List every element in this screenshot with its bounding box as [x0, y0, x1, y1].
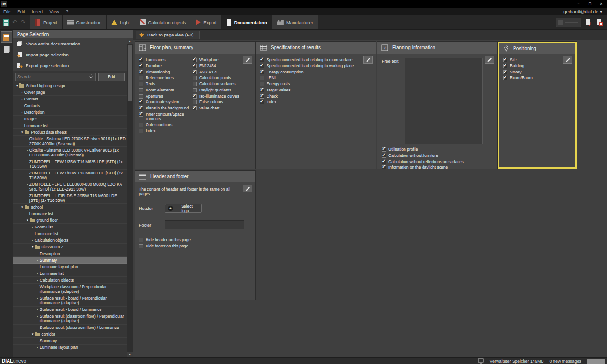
checkbox-row[interactable]: Hide header on this page — [139, 238, 251, 243]
tree-item[interactable]: Content — [13, 96, 127, 102]
edit-floor-plan-icon[interactable] — [243, 56, 252, 64]
close-button[interactable]: × — [596, 0, 607, 8]
tree-item[interactable]: Luminaire list — [13, 122, 127, 129]
pdf-icon[interactable] — [585, 18, 592, 26]
tree-item[interactable]: Surface result (classroom floor) / Lumin… — [13, 325, 127, 331]
checkbox-row[interactable]: Site — [503, 58, 571, 63]
tree-item[interactable]: classroom 2 — [13, 244, 127, 250]
expand-arrow-icon[interactable] — [27, 218, 28, 222]
tree-item[interactable]: Oktalite - Sistema LED 2700K SP silver 9… — [13, 136, 127, 147]
edit-header-footer-icon[interactable] — [243, 185, 252, 192]
checkbox-row[interactable]: Energy costs — [260, 82, 372, 87]
tree-item[interactable]: Workplane classroom / Perpendicular illu… — [13, 284, 127, 295]
tree-item[interactable]: ZUMTOBEL - FEW 1/80W T16 M600 LDE [STD] … — [13, 170, 127, 181]
tree-item[interactable]: Calculation objects — [13, 237, 127, 244]
menu-item[interactable]: ? — [63, 9, 72, 14]
edit-specifications-icon[interactable] — [363, 56, 373, 64]
footer-input[interactable] — [165, 220, 244, 229]
checkbox-row[interactable]: Energy consumption — [260, 70, 372, 75]
maximize-button[interactable]: □ — [584, 0, 596, 8]
messages-status[interactable]: 0 new messages — [549, 359, 581, 364]
checkbox-row[interactable]: Index — [139, 129, 193, 134]
tree-item[interactable]: corridor — [13, 331, 127, 338]
tab-calculation-objects[interactable]: Calculation objects — [135, 15, 192, 29]
expand-arrow-icon[interactable] — [32, 245, 34, 249]
checkbox-row[interactable]: Information on the daylight scene — [382, 165, 494, 169]
export-page-selection-button[interactable]: Export page selection — [13, 60, 127, 71]
minimize-button[interactable]: − — [573, 0, 584, 8]
expand-arrow-icon[interactable] — [32, 332, 34, 336]
checkbox-row[interactable]: Specific connected load relating to work… — [260, 64, 372, 69]
checkbox-row[interactable]: Target values — [260, 88, 372, 93]
checkbox-row[interactable]: Iso-illuminance curves — [193, 94, 251, 99]
tree-item[interactable]: Room List — [13, 224, 127, 230]
tree-item[interactable]: Luminaire list — [13, 230, 127, 237]
tree-item[interactable]: Calculation objects — [13, 277, 127, 283]
checkbox-row[interactable]: EN12464 — [193, 64, 251, 69]
edit-positioning-icon[interactable] — [563, 56, 572, 64]
tree-item[interactable]: ZUMTOBEL - FEW 1/35W T16 M625 LDE [STD] … — [13, 158, 127, 170]
scroll-down-icon[interactable]: ▾ — [127, 352, 133, 357]
tree-item[interactable]: Summary — [13, 257, 127, 264]
scroll-up-icon[interactable]: ▴ — [127, 38, 133, 44]
checkbox-row[interactable]: Hide footer on this page — [139, 244, 251, 249]
search-input[interactable] — [17, 74, 89, 79]
checkbox-row[interactable]: Reference lines — [139, 76, 193, 81]
checkbox-row[interactable]: Calculation points — [193, 76, 251, 81]
back-to-page-view-button[interactable]: Back to page view (F2) — [136, 31, 200, 39]
tree-item[interactable]: Surface result - board / Perpendicular i… — [13, 295, 127, 307]
tree-item[interactable]: Contacts — [13, 102, 127, 109]
tree-item[interactable]: Product data sheets — [13, 129, 127, 136]
checkbox-row[interactable]: Calculation without furniture — [382, 154, 494, 158]
scrollbar-thumb[interactable] — [128, 45, 132, 101]
menu-item[interactable]: File — [0, 9, 14, 14]
checkbox-row[interactable]: Calculation without reflections on surfa… — [382, 160, 494, 164]
checkbox-row[interactable]: ASR A3.4 — [193, 70, 251, 75]
menu-item[interactable]: Insert — [28, 9, 46, 14]
select-logo-button[interactable]: + Select logo... — [165, 204, 202, 213]
checkbox-row[interactable]: Utilisation profile — [382, 147, 494, 152]
checkbox-row[interactable]: Check — [260, 94, 372, 99]
checkbox-row[interactable]: Inner contours/Space contours — [139, 112, 193, 122]
documentation-pages-mode-button[interactable] — [1, 44, 12, 55]
tree-item[interactable]: ZUMTOBEL - L-FIELDS E 2/35W T16 M600 LDE… — [13, 192, 127, 204]
menu-item[interactable]: View — [46, 9, 62, 14]
tree-scrollbar[interactable]: ▴ ▾ — [127, 38, 133, 357]
tree-item[interactable]: Description — [13, 109, 127, 116]
user-account-menu[interactable]: gerhardt@dial.de ▾ — [563, 9, 607, 14]
checkbox-row[interactable]: Plans in the background — [139, 106, 193, 111]
page-selection-mode-button[interactable] — [1, 31, 12, 43]
checkbox-row[interactable]: Room/Raum — [503, 76, 571, 81]
checkbox-row[interactable]: Calculation surfaces — [193, 82, 251, 87]
tree-item[interactable]: Surface result (classroom floor) / Perpe… — [13, 313, 127, 325]
checkbox-row[interactable]: Coordinate system — [139, 100, 193, 105]
tree-item[interactable]: Luminaire list — [13, 270, 127, 277]
edit-planning-icon[interactable] — [485, 56, 494, 64]
tree-item[interactable]: Summary — [13, 338, 127, 345]
expand-arrow-icon[interactable] — [16, 83, 18, 88]
checkbox-row[interactable]: Furniture — [139, 64, 193, 69]
import-page-selection-button[interactable]: Import page selection — [13, 49, 127, 60]
menu-item[interactable]: Edit — [14, 9, 28, 14]
tab-documentation[interactable]: Documentation — [222, 15, 272, 29]
checkbox-row[interactable]: False colours — [193, 100, 251, 105]
tree-item[interactable]: ground floor — [13, 217, 127, 224]
checkbox-row[interactable]: Texts — [139, 82, 193, 87]
tab-project[interactable]: Project — [30, 15, 63, 29]
tree-item[interactable]: Luminaire layout plan — [13, 345, 127, 351]
tree-item[interactable]: Images — [13, 116, 127, 122]
checkbox-row[interactable]: Daylight quotients — [193, 88, 251, 93]
expand-arrow-icon[interactable] — [21, 205, 23, 209]
tree-item[interactable]: Luminaire list — [13, 210, 127, 217]
tab-light[interactable]: Light — [107, 15, 135, 29]
tree-item[interactable]: School lighting design — [13, 82, 127, 89]
free-text-input[interactable] — [405, 58, 483, 144]
checkbox-row[interactable]: Luminaires — [139, 58, 193, 63]
tree-item[interactable]: Surface result - board / Luminance — [13, 307, 127, 313]
tree-item[interactable]: Oktalite - Sistema LED 3000K VFL silver … — [13, 147, 127, 158]
checkbox-row[interactable]: Apertures — [139, 94, 193, 99]
tree-item[interactable]: Luminaire layout plan — [13, 264, 127, 270]
checkbox-row[interactable]: Storey — [503, 70, 571, 75]
expand-arrow-icon[interactable] — [21, 130, 23, 134]
tree-item[interactable]: Description — [13, 250, 127, 257]
